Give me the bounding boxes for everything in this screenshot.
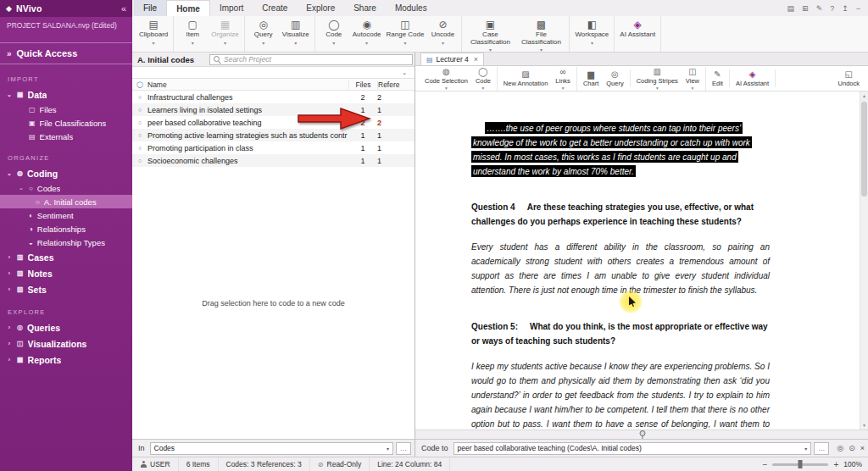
coding-stripes-button[interactable]: ▥Coding Stripes▾: [637, 67, 678, 91]
clipboard-button[interactable]: ▤Clipboard▾: [136, 18, 170, 47]
sidebar-item-relationships[interactable]: ◑Relationships: [0, 222, 132, 236]
readonly-icon: ⊘: [318, 461, 324, 468]
sidebar-item-file-classifications[interactable]: ▣File Classifications: [0, 116, 132, 130]
table-header[interactable]: ◯ Name Files Refere: [132, 79, 415, 91]
column-references[interactable]: Refere: [377, 80, 415, 89]
sidebar-item-visualizations[interactable]: ›◫Visualizations: [0, 335, 132, 352]
in-more-button[interactable]: …: [396, 442, 411, 455]
code-circle-icon: ○: [132, 145, 147, 151]
zoom-in-button[interactable]: +: [833, 460, 838, 469]
collapse-ribbon-icon[interactable]: ↥: [842, 4, 849, 13]
range-code-button[interactable]: ◫Range Code▾: [384, 18, 427, 47]
filter-combo[interactable]: ⌄: [132, 67, 415, 79]
zoom-slider[interactable]: [772, 463, 828, 466]
sidebar-item-externals[interactable]: ▤Externals: [0, 130, 132, 143]
column-files[interactable]: Files: [348, 80, 377, 89]
file-classifications-icon: ▣: [29, 119, 36, 127]
ribbon-tab-home[interactable]: Home: [166, 0, 210, 16]
zoom-out-button[interactable]: −: [763, 460, 768, 469]
code-row-learners-living-in-isolated-se[interactable]: ○Learners living in isolated settings11: [132, 103, 415, 116]
document-body[interactable]: …….the use of peer groups where students…: [415, 91, 868, 429]
vertical-scrollbar[interactable]: ▲ ▼: [860, 91, 868, 429]
autocode-button[interactable]: ◉Autocode▾: [350, 18, 384, 47]
code-row-socioeconomic-challenges[interactable]: ○Socioeconomic challenges11: [132, 154, 415, 167]
relationship-types-icon: ◒: [29, 239, 33, 247]
zoom-slider-thumb[interactable]: [798, 460, 803, 468]
organize-button[interactable]: ▦Organize▾: [209, 18, 241, 47]
links-button[interactable]: ∞Links▾: [555, 67, 570, 91]
visualize-icon: ▥: [291, 19, 300, 30]
scrollbar-thumb[interactable]: [861, 102, 867, 197]
ribbon-tab-import[interactable]: Import: [210, 0, 253, 16]
sidebar-item-files[interactable]: ▢Files: [0, 103, 132, 116]
document-tab-lecturer-4[interactable]: ▤ Lecturer 4 ×: [420, 53, 484, 65]
ribbon-tab-file[interactable]: File: [134, 0, 166, 16]
minimize-icon[interactable]: −: [856, 4, 860, 13]
search-box[interactable]: [209, 54, 413, 65]
coded-highlight[interactable]: …….the use of peer groups where students…: [471, 122, 752, 177]
query-button[interactable]: ◎Query▾: [248, 18, 280, 47]
sidebar-item-cases[interactable]: ›▥Cases: [0, 249, 132, 265]
sidebar-item-queries[interactable]: ›◎Queries: [0, 319, 132, 335]
undock-button[interactable]: ◱ Undock: [838, 69, 860, 87]
quick-access-label: Quick Access: [17, 48, 78, 58]
uncode-button[interactable]: ⊘Uncode▾: [426, 18, 459, 47]
code-at-icon[interactable]: ◎: [837, 444, 843, 452]
column-name[interactable]: Name: [147, 80, 348, 89]
edit-icon[interactable]: ✎: [816, 4, 823, 13]
visualize-button[interactable]: ▥Visualize▾: [280, 18, 312, 47]
ribbon-tab-create[interactable]: Create: [253, 0, 297, 16]
sidebar-item-reports[interactable]: ›▩Reports: [0, 352, 132, 368]
quick-access[interactable]: » Quick Access: [0, 42, 132, 64]
pin-icon[interactable]: [638, 430, 646, 439]
quick-code-icon[interactable]: ⊙: [849, 444, 855, 452]
scroll-up-icon[interactable]: ▲: [862, 93, 866, 98]
chart-button[interactable]: ▆Chart: [583, 69, 598, 87]
scroll-down-icon[interactable]: ▼: [862, 423, 866, 428]
code-row-promoting-participation-in-cla[interactable]: ○Promoting participation in class11: [132, 141, 415, 154]
sidebar-item-a-initial-codes[interactable]: ○A. Initial codes: [0, 195, 132, 208]
sidebar-item-relationship-types[interactable]: ◒Relationship Types: [0, 236, 132, 249]
code-to-select[interactable]: peer based collaborative teaching (Codes…: [453, 442, 812, 455]
horizontal-scrollbar[interactable]: [415, 429, 868, 439]
help-icon[interactable]: ?: [830, 4, 834, 13]
close-tab-icon[interactable]: ×: [474, 55, 478, 64]
sidebar-collapse-icon[interactable]: «: [121, 3, 126, 14]
sidebar-item-codes[interactable]: ⌄○Codes: [0, 181, 132, 195]
code-row-peer-based-collaborative-teach[interactable]: ○peer based collaborative teaching22: [132, 116, 415, 129]
ai-assistant-button[interactable]: ◈AI Assistant: [617, 18, 658, 39]
workspace-button[interactable]: ◧Workspace▾: [572, 18, 611, 47]
file-classification-button[interactable]: ▩File Classification▾: [515, 18, 566, 54]
sidebar-item-sentiment[interactable]: ◐Sentiment: [0, 208, 132, 222]
query-button[interactable]: ◎Query: [606, 69, 623, 87]
search-input[interactable]: [224, 55, 409, 64]
close-code-to-icon[interactable]: ×: [860, 444, 865, 452]
ribbon-button-label: File Classification: [518, 31, 564, 46]
item-button[interactable]: ▢Item▾: [176, 18, 209, 47]
grid-icon[interactable]: ⊞: [802, 4, 809, 13]
ribbon-tab-share[interactable]: Share: [344, 0, 386, 16]
ribbon-tab-modules[interactable]: Modules: [386, 0, 437, 16]
code-row-infrastructural-challenges[interactable]: ○Infrastructural challenges22: [132, 91, 415, 103]
code-button[interactable]: ◯Code▾: [318, 18, 350, 47]
ribbon-tab-explore[interactable]: Explore: [297, 0, 344, 16]
view-button[interactable]: ◫View▾: [686, 67, 699, 91]
code-selection-button[interactable]: ◍Code Selection▾: [425, 67, 468, 91]
code-to-more-button[interactable]: …: [814, 442, 829, 455]
status-user[interactable]: USER: [132, 457, 179, 471]
sidebar-item-sets[interactable]: ›▧Sets: [0, 281, 132, 297]
sidebar-item-notes[interactable]: ›▨Notes: [0, 265, 132, 281]
sidebar-item-data[interactable]: ⌄▦Data: [0, 86, 132, 103]
sidebar-item-coding[interactable]: ⌄◍Coding: [0, 165, 132, 181]
code-row-promoting-active-learning-stra[interactable]: ○Promoting active learning strategies su…: [132, 129, 415, 141]
project-name: PROJECT SALDANA.nvp (Edited): [0, 17, 132, 31]
ai-assistant-button[interactable]: ◈AI Assistant: [736, 69, 769, 87]
in-select[interactable]: Codes ▾: [150, 442, 393, 455]
new-annotation-button[interactable]: ▨New Annotation: [504, 69, 548, 87]
code-button[interactable]: ◯Code▾: [476, 67, 491, 91]
panel-icon[interactable]: ▤: [787, 4, 795, 13]
status-readonly[interactable]: ⊘ Read-Only: [310, 457, 370, 471]
edit-button[interactable]: ✎Edit: [712, 69, 723, 87]
case-classification-button[interactable]: ▣Case Classification▾: [465, 18, 515, 54]
in-select-value: Codes: [154, 444, 175, 452]
